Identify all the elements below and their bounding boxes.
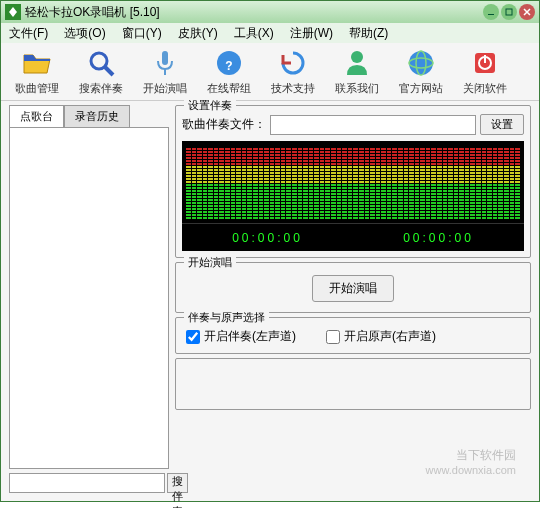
checkbox-vocal[interactable]: 开启原声(右声道): [326, 328, 436, 345]
checkbox-accomp-input[interactable]: [186, 330, 200, 344]
support-button[interactable]: 技术支持: [265, 47, 321, 96]
menu-register[interactable]: 注册(W): [286, 23, 337, 44]
checkbox-vocal-input[interactable]: [326, 330, 340, 344]
group-track-select: 伴奏与原声选择 开启伴奏(左声道) 开启原声(右声道): [175, 317, 531, 354]
menu-file[interactable]: 文件(F): [5, 23, 52, 44]
file-input[interactable]: [270, 115, 476, 135]
globe-icon: [405, 47, 437, 79]
menu-help[interactable]: 帮助(Z): [345, 23, 392, 44]
group-empty: [175, 358, 531, 410]
power-icon: [469, 47, 501, 79]
start-sing-button[interactable]: 开始演唱: [312, 275, 394, 302]
checkbox-accomp[interactable]: 开启伴奏(左声道): [186, 328, 296, 345]
menu-options[interactable]: 选项(O): [60, 23, 109, 44]
song-list[interactable]: [9, 127, 169, 469]
toolbar: 歌曲管理 搜索伴奏 开始演唱 ? 在线帮组 技术支持 联系我们 官方网站 关闭软: [1, 43, 539, 101]
titlebar: 轻松卡拉OK录唱机 [5.10]: [1, 1, 539, 23]
question-icon: ?: [213, 47, 245, 79]
tab-history[interactable]: 录音历史: [64, 105, 130, 127]
app-icon: [5, 4, 21, 20]
menu-tools[interactable]: 工具(X): [230, 23, 278, 44]
search-button[interactable]: 搜索伴奏: [73, 47, 129, 96]
time-left: 00:00:00: [232, 231, 303, 245]
svg-point-8: [351, 51, 363, 63]
time-right: 00:00:00: [403, 231, 474, 245]
group-title-sing: 开始演唱: [184, 255, 236, 270]
svg-point-2: [91, 53, 107, 69]
person-icon: [341, 47, 373, 79]
magnifier-icon: [85, 47, 117, 79]
svg-text:?: ?: [225, 59, 232, 73]
menubar: 文件(F) 选项(O) 窗口(Y) 皮肤(Y) 工具(X) 注册(W) 帮助(Z…: [1, 23, 539, 43]
contact-button[interactable]: 联系我们: [329, 47, 385, 96]
file-set-button[interactable]: 设置: [480, 114, 524, 135]
svg-line-3: [105, 67, 113, 75]
website-button[interactable]: 官方网站: [393, 47, 449, 96]
menu-window[interactable]: 窗口(Y): [118, 23, 166, 44]
search-input[interactable]: [9, 473, 165, 493]
window-title: 轻松卡拉OK录唱机 [5.10]: [25, 4, 483, 21]
svg-rect-4: [162, 51, 168, 65]
close-app-button[interactable]: 关闭软件: [457, 47, 513, 96]
folder-icon: [21, 47, 53, 79]
refresh-icon: [277, 47, 309, 79]
close-button[interactable]: [519, 4, 535, 20]
minimize-button[interactable]: [483, 4, 499, 20]
microphone-icon: [149, 47, 181, 79]
svg-rect-0: [488, 14, 494, 15]
songs-button[interactable]: 歌曲管理: [9, 47, 65, 96]
help-button[interactable]: ? 在线帮组: [201, 47, 257, 96]
group-title-setup: 设置伴奏: [184, 98, 236, 113]
maximize-button[interactable]: [501, 4, 517, 20]
svg-rect-1: [506, 9, 512, 15]
menu-skin[interactable]: 皮肤(Y): [174, 23, 222, 44]
sing-button[interactable]: 开始演唱: [137, 47, 193, 96]
file-label: 歌曲伴奏文件：: [182, 116, 266, 133]
spectrum-display: 00:00:00 00:00:00: [182, 141, 524, 251]
group-accomp-setup: 设置伴奏 歌曲伴奏文件： 设置 00:00:00 00:00:00: [175, 105, 531, 258]
svg-point-9: [409, 51, 433, 75]
group-title-track: 伴奏与原声选择: [184, 310, 269, 325]
tab-request[interactable]: 点歌台: [9, 105, 64, 127]
group-start-sing: 开始演唱 开始演唱: [175, 262, 531, 313]
